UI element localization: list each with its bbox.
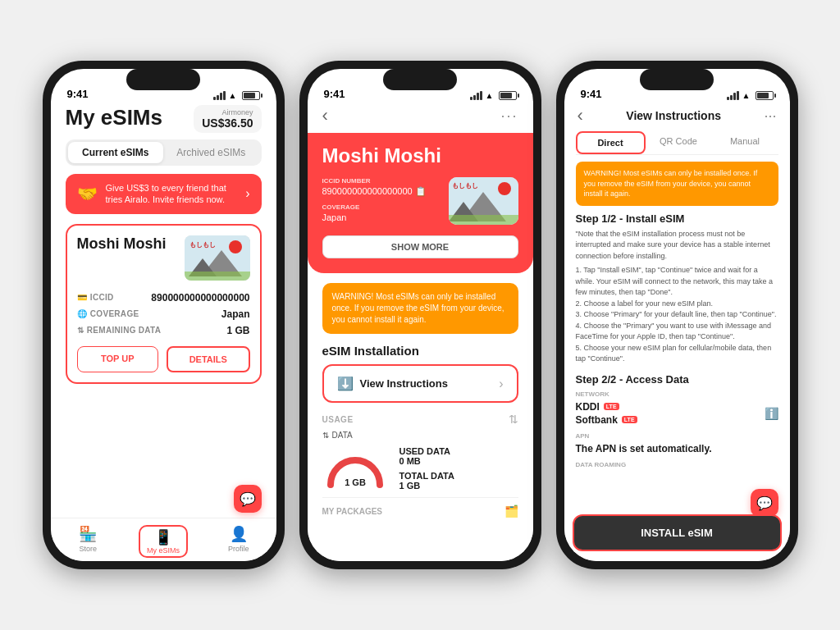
tab-current-esims[interactable]: Current eSIMs	[68, 142, 164, 163]
p3-more-button[interactable]: ···	[764, 107, 776, 125]
battery-icon-1	[242, 91, 260, 100]
tab-archived-esims[interactable]: Archived eSIMs	[163, 142, 259, 163]
p3-step1-instructions: 1. Tap "Install eSIM", tap "Continue" tw…	[576, 265, 778, 365]
signal-bar	[477, 93, 479, 100]
usage-label: USAGE	[322, 415, 354, 424]
globe-icon: 🌐	[77, 309, 87, 318]
p2-more-button[interactable]: ···	[500, 107, 518, 125]
details-button[interactable]: DETAILS	[167, 346, 250, 372]
p3-roaming-label: DATA ROAMING	[576, 461, 778, 468]
p2-coverage-val: Japan	[322, 212, 449, 222]
status-icons-3: ▲	[727, 91, 774, 100]
sim-icon: 💳	[77, 293, 87, 302]
signal-bar	[217, 95, 219, 100]
tab-manual[interactable]: Manual	[712, 131, 778, 154]
svg-rect-10	[449, 215, 518, 225]
show-more-button[interactable]: SHOW MORE	[322, 235, 518, 258]
promo-arrow-icon: ›	[245, 186, 249, 201]
p2-installation-title: eSIM Installation	[322, 344, 518, 358]
svg-text:もしもし: もしもし	[189, 241, 216, 249]
total-data-item: TOTAL DATA 1 GB	[399, 471, 454, 491]
svg-point-1	[229, 240, 242, 253]
store-icon: 🏪	[79, 525, 97, 543]
iccid-label: 💳 ICCID	[77, 293, 114, 302]
view-instructions-button[interactable]: ⬇️ View Instructions ›	[322, 364, 518, 403]
p1-promo-banner[interactable]: 🤝 Give US$3 to every friend that tries A…	[66, 174, 262, 214]
p1-bottom-nav: 🏪 Store 📱 My eSIMs 👤 Profile	[51, 518, 276, 561]
nav-active-box: 📱 My eSIMs	[139, 525, 188, 558]
esim-iccid-row: 💳 ICCID 890000000000000000	[77, 292, 250, 304]
p3-tabs: Direct QR Code Manual	[576, 131, 778, 155]
esim-card-thumbnail: もしもし	[185, 235, 250, 281]
wifi-icon-3: ▲	[742, 91, 751, 100]
lte-badge-kddi: LTE	[604, 403, 619, 410]
p2-back-button[interactable]: ‹	[322, 105, 328, 126]
p3-network-section: NETWORK KDDI LTE Softbank LTE	[576, 390, 778, 426]
signal-bar	[480, 91, 482, 100]
p2-iccid-val: 890000000000000000 📋	[322, 186, 449, 197]
data-gauge: 1 GB REMAINING DATA	[322, 448, 388, 489]
p2-usage: USAGE ⇅ ⇅ DATA 1 GB REMAIN	[322, 413, 518, 491]
signal-bar	[730, 95, 733, 100]
signal-bars-2	[470, 91, 482, 100]
p3-apn-val: The APN is set automatically.	[576, 443, 778, 454]
data-val: 1 GB	[226, 325, 249, 336]
nav-my-esims[interactable]: 📱 My eSIMs	[126, 525, 201, 558]
chat-fab-3[interactable]: 💬	[751, 489, 778, 517]
svg-rect-4	[185, 272, 250, 281]
esim-data-row: ⇅ REMAINING DATA 1 GB	[77, 325, 250, 336]
topup-button[interactable]: TOP UP	[77, 346, 159, 372]
p1-balance-box: Airmoney US$36.50	[194, 105, 261, 133]
p2-coverage-label: COVERAGE	[322, 203, 449, 211]
phone3-content: ‹ View Instructions ··· Direct QR Code M…	[564, 105, 790, 561]
info-icon[interactable]: ℹ️	[765, 407, 778, 420]
p3-network-items: KDDI LTE Softbank LTE	[576, 401, 637, 426]
wifi-icon: ▲	[229, 91, 237, 100]
svg-text:もしもし: もしもし	[452, 182, 478, 189]
nav-profile[interactable]: 👤 Profile	[201, 525, 276, 558]
p2-gauge-info: USED DATA 0 MB TOTAL DATA 1 GB	[399, 446, 454, 491]
esims-icon: 📱	[154, 529, 172, 546]
install-esim-button[interactable]: INSTALL eSIM	[573, 514, 782, 551]
used-data-item: USED DATA 0 MB	[399, 446, 454, 466]
copy-icon[interactable]: 📋	[415, 186, 427, 196]
phone2-content: ‹ ··· Moshi Moshi ICCID NUMBER 890000000…	[308, 105, 533, 561]
p2-warning: WARNING! Most eSIMs can only be installe…	[322, 283, 518, 334]
p2-card-thumbnail: もしもし	[449, 177, 518, 225]
p3-back-button[interactable]: ‹	[578, 105, 583, 126]
p2-card-container: ICCID NUMBER 890000000000000000 📋 COVERA…	[322, 177, 518, 229]
p2-top-bar: ‹ ···	[308, 105, 533, 133]
dynamic-island-3	[640, 69, 714, 90]
lte-badge-softbank: LTE	[622, 416, 637, 423]
p3-network-row: KDDI LTE Softbank LTE ℹ️	[576, 401, 778, 426]
iccid-val: 890000000000000000	[151, 292, 249, 304]
nav-store[interactable]: 🏪 Store	[51, 525, 126, 558]
signal-bar	[213, 97, 216, 100]
vi-left: ⬇️ View Instructions	[337, 376, 448, 391]
p2-packages-bar: MY PACKAGES 🗂️	[322, 497, 518, 518]
esim-card-buttons: TOP UP DETAILS	[77, 346, 250, 372]
filter-icon[interactable]: ⇅	[509, 413, 518, 426]
esim-card-name: Moshi Moshi	[77, 235, 167, 253]
p2-esim-title: Moshi Moshi	[322, 144, 518, 167]
tab-qr-code[interactable]: QR Code	[646, 131, 712, 154]
signal-bar	[220, 93, 222, 100]
data-label: ⇅ REMAINING DATA	[77, 326, 162, 335]
dynamic-island-2	[383, 69, 457, 90]
packages-icon: 🗂️	[504, 504, 518, 518]
p3-step1-title: Step 1/2 - Install eSIM	[576, 212, 778, 225]
promo-text: Give US$3 to every friend that tries Air…	[106, 182, 238, 206]
p3-apn-section: APN The APN is set automatically.	[576, 432, 778, 454]
signal-bar	[470, 97, 472, 100]
p2-iccid-label: ICCID NUMBER	[322, 177, 449, 185]
status-icons-2: ▲	[470, 91, 517, 100]
packages-label: MY PACKAGES	[322, 507, 383, 516]
p2-header-section: Moshi Moshi ICCID NUMBER 890000000000000…	[308, 133, 533, 273]
coverage-val: Japan	[221, 308, 250, 320]
phone-3: 9:41 ▲ ‹ V	[556, 61, 798, 569]
tab-direct[interactable]: Direct	[576, 131, 646, 154]
chat-fab-1[interactable]: 💬	[234, 485, 262, 513]
status-time-2: 9:41	[324, 88, 345, 100]
p1-balance-val: US$36.50	[202, 116, 253, 130]
data-arrows-icon: ⇅	[322, 431, 329, 440]
